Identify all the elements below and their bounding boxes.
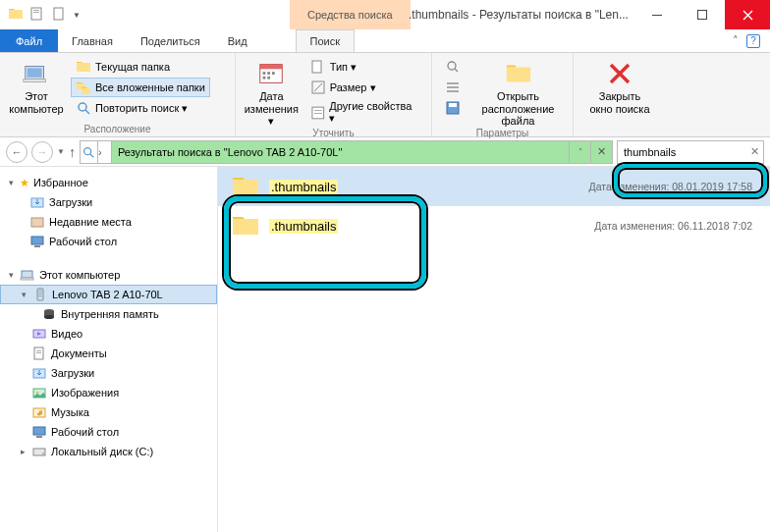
tab-view[interactable]: Вид xyxy=(214,29,261,52)
all-subfolders-button[interactable]: Все вложенные папки xyxy=(71,78,210,97)
svg-rect-34 xyxy=(21,278,33,280)
svg-rect-11 xyxy=(260,65,283,70)
history-dropdown-icon[interactable]: ▼ xyxy=(57,147,65,156)
svg-point-51 xyxy=(42,452,44,454)
close-search-icon xyxy=(607,61,632,86)
svg-rect-4 xyxy=(652,15,662,16)
calendar-icon xyxy=(256,59,286,88)
tab-search[interactable]: Поиск xyxy=(296,29,355,52)
window-title: .thumbnails - Результаты поиска в "Len..… xyxy=(409,0,629,29)
up-button[interactable]: ↑ xyxy=(69,144,76,160)
minimize-button[interactable] xyxy=(634,0,680,29)
back-button[interactable]: ← xyxy=(6,141,28,163)
this-pc-button[interactable]: Этот компьютер xyxy=(8,57,65,115)
sidebar-device[interactable]: ▾Lenovo TAB 2 A10-70L xyxy=(0,285,217,304)
sidebar-videos[interactable]: ▸Видео xyxy=(0,324,217,344)
date-modified-label: Дата изменения ▾ xyxy=(244,90,300,128)
favorites-root[interactable]: ▾★Избранное xyxy=(0,173,217,192)
close-button[interactable] xyxy=(725,0,770,29)
address-dropdown-button[interactable]: ˅ xyxy=(569,141,590,163)
result-item[interactable]: .thumbnails Дата изменения: 08.01.2019 1… xyxy=(218,167,770,206)
address-bar[interactable]: › Результаты поиска в "Lenovo TAB 2 A10-… xyxy=(80,140,613,164)
open-location-label: Открыть расположение файла xyxy=(471,90,565,128)
window-controls xyxy=(634,0,770,29)
ribbon-tabs: Файл Главная Поделиться Вид Поиск ˄ ? xyxy=(0,29,770,53)
svg-point-39 xyxy=(44,315,54,319)
ribbon-group-close: Закрыть окно поиска xyxy=(574,53,666,136)
recent-searches-button[interactable] xyxy=(440,57,466,77)
folder-icon xyxy=(230,171,261,202)
svg-rect-8 xyxy=(28,68,42,77)
props-qat-icon[interactable] xyxy=(29,6,45,24)
svg-rect-27 xyxy=(449,103,457,107)
address-icon xyxy=(81,141,98,163)
fav-downloads[interactable]: Загрузки xyxy=(0,192,217,212)
fav-desktop[interactable]: Рабочий стол xyxy=(0,232,217,251)
svg-rect-32 xyxy=(34,245,40,247)
address-chevron-icon[interactable]: › xyxy=(98,141,112,163)
fav-recent[interactable]: Недавние места xyxy=(0,212,217,232)
date-modified-button[interactable]: Дата изменения ▾ xyxy=(244,57,300,128)
current-folder-button[interactable]: Текущая папка xyxy=(71,57,210,77)
qat-dropdown-icon[interactable]: ▼ xyxy=(73,11,81,20)
maximize-button[interactable] xyxy=(680,0,725,29)
nav-pane[interactable]: ▾★Избранное Загрузки Недавние места Рабо… xyxy=(0,167,218,532)
sidebar-pictures[interactable]: ▸Изображения xyxy=(0,383,217,402)
svg-rect-17 xyxy=(312,61,321,73)
svg-rect-3 xyxy=(54,8,63,20)
ribbon-help-area: ˄ ? xyxy=(733,29,770,52)
sidebar-local-disk[interactable]: ▸Локальный диск (C:) xyxy=(0,442,217,461)
svg-rect-23 xyxy=(447,82,459,84)
result-item[interactable]: .thumbnails Дата изменения: 06.11.2018 7… xyxy=(218,206,770,245)
svg-rect-16 xyxy=(268,77,271,80)
sidebar-internal-storage[interactable]: Внутренняя память xyxy=(0,304,217,324)
stop-search-button[interactable]: ✕ xyxy=(590,141,612,163)
close-search-label: Закрыть окно поиска xyxy=(589,90,649,115)
qat: ▼ xyxy=(0,6,81,24)
results-pane[interactable]: .thumbnails Дата изменения: 08.01.2019 1… xyxy=(218,167,770,532)
svg-rect-12 xyxy=(263,72,266,75)
tab-share[interactable]: Поделиться xyxy=(127,29,214,52)
folder-qat-icon[interactable] xyxy=(8,6,24,24)
sidebar-downloads[interactable]: ▸Загрузки xyxy=(0,363,217,383)
svg-rect-36 xyxy=(38,290,42,297)
type-button[interactable]: Тип ▾ xyxy=(305,57,423,77)
search-box[interactable]: ✕ xyxy=(617,140,764,164)
search-input[interactable] xyxy=(622,145,750,159)
this-pc-label: Этот компьютер xyxy=(9,90,63,115)
svg-rect-24 xyxy=(447,86,459,88)
svg-point-28 xyxy=(84,147,91,154)
repeat-search-button[interactable]: Повторить поиск ▾ xyxy=(71,98,210,118)
size-button[interactable]: Размер ▾ xyxy=(305,78,423,97)
open-location-button[interactable]: Открыть расположение файла xyxy=(471,57,565,128)
save-search-button[interactable] xyxy=(440,98,466,118)
folder-icon xyxy=(230,210,261,241)
this-pc-root[interactable]: ▾Этот компьютер xyxy=(0,265,217,285)
search-tools-context-label: Средства поиска xyxy=(290,0,411,29)
svg-rect-5 xyxy=(698,11,707,20)
svg-rect-2 xyxy=(33,12,39,13)
svg-rect-49 xyxy=(36,436,42,438)
sidebar-documents[interactable]: ▸Документы xyxy=(0,344,217,363)
clear-search-icon[interactable]: ✕ xyxy=(750,145,759,158)
sidebar-music[interactable]: ▸Музыка xyxy=(0,402,217,422)
svg-point-22 xyxy=(448,62,456,70)
collapse-ribbon-icon[interactable]: ˄ xyxy=(733,34,739,47)
help-icon[interactable]: ? xyxy=(746,34,760,48)
new-qat-icon[interactable] xyxy=(51,6,67,24)
result-name: .thumbnails xyxy=(269,180,338,194)
ribbon-group-options: Открыть расположение файла Параметры xyxy=(432,53,574,136)
nav-row: ← → ▼ ↑ › Результаты поиска в "Lenovo TA… xyxy=(0,137,770,167)
file-tab[interactable]: Файл xyxy=(0,29,58,52)
forward-button[interactable]: → xyxy=(31,141,53,163)
other-props-button[interactable]: Другие свойства ▾ xyxy=(305,98,423,127)
advanced-options-button[interactable] xyxy=(440,78,466,97)
breadcrumb-text: Результаты поиска в "Lenovo TAB 2 A10-70… xyxy=(112,146,348,158)
folder-open-icon xyxy=(504,59,533,88)
title-bar: ▼ Средства поиска .thumbnails - Результа… xyxy=(0,0,770,29)
close-search-button[interactable]: Закрыть окно поиска xyxy=(581,57,658,115)
svg-rect-43 xyxy=(36,352,41,353)
svg-rect-1 xyxy=(33,10,39,11)
tab-home[interactable]: Главная xyxy=(58,29,127,52)
sidebar-desktop[interactable]: ▸Рабочий стол xyxy=(0,422,217,442)
